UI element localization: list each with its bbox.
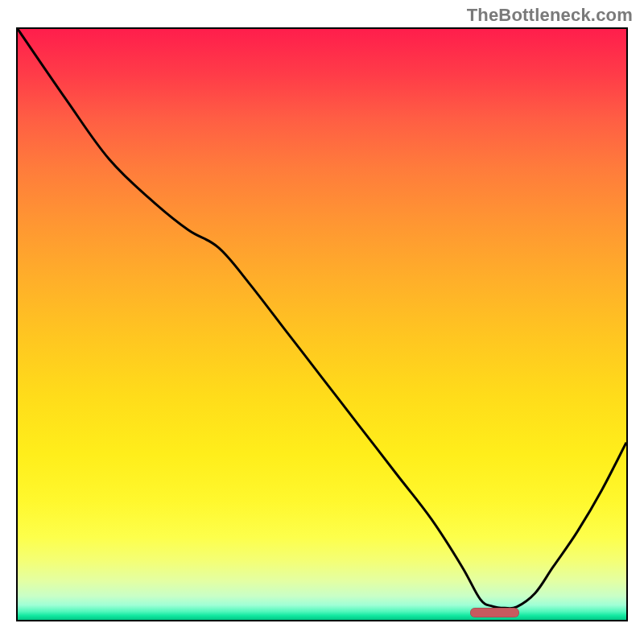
- chart-plot-area: [16, 27, 628, 621]
- optimal-region-marker: [470, 608, 519, 617]
- bottleneck-curve: [18, 29, 626, 620]
- watermark-site-label: TheBottleneck.com: [467, 5, 633, 26]
